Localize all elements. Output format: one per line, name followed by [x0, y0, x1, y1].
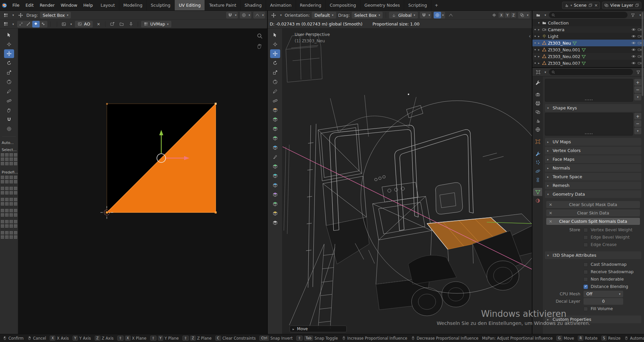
outliner-row-zt303-neu-007[interactable]: ▸Zt303_Neu.007	[532, 60, 644, 66]
panel-shape-keys[interactable]: ▾Shape Keys	[545, 104, 641, 112]
sidebar-collapse-icon[interactable]: ‹	[529, 33, 531, 39]
preset-button[interactable]	[5, 157, 9, 161]
panel-auto-label[interactable]: Auto...	[0, 141, 14, 145]
add-cube-tool[interactable]	[270, 106, 280, 114]
outliner-row-zt303-neu-001[interactable]: ▸Zt303_Neu.001	[532, 46, 644, 53]
add-workspace-button[interactable]: +	[431, 0, 442, 10]
preset-button[interactable]	[14, 157, 17, 161]
preset-button[interactable]	[14, 224, 17, 228]
preset-button[interactable]	[5, 191, 9, 195]
visibility-eye-icon[interactable]	[631, 61, 636, 65]
preset-button[interactable]	[5, 231, 9, 235]
uv-face-select-icon[interactable]	[32, 21, 40, 28]
outliner-row-zt303-neu[interactable]: ▸Zt303_Neu	[532, 40, 644, 46]
annotate-tool[interactable]	[4, 87, 14, 96]
unlink-scene-button[interactable]: ×	[594, 3, 598, 8]
preset-button[interactable]	[9, 224, 13, 228]
grab-tool[interactable]	[4, 106, 14, 114]
preset-button[interactable]	[14, 231, 17, 235]
tab-physics[interactable]	[533, 167, 542, 175]
magnet-icon[interactable]	[226, 12, 234, 18]
pin-icon[interactable]	[127, 21, 135, 28]
new-image-icon[interactable]	[109, 21, 116, 28]
panel-predefined-label[interactable]: Predefi...	[0, 170, 18, 175]
tab-constraints[interactable]	[533, 176, 542, 184]
preset-button[interactable]	[9, 220, 13, 224]
preset-button[interactable]	[9, 162, 13, 165]
edge-crease-checkbox[interactable]	[584, 243, 588, 247]
workspace-tab-animation[interactable]: Animation	[266, 0, 296, 10]
vertex-bevel-weight-checkbox[interactable]	[584, 228, 588, 232]
edge-bevel-weight-checkbox[interactable]	[584, 235, 588, 240]
tab-world[interactable]	[533, 126, 542, 134]
pan-hand-icon[interactable]	[256, 43, 263, 49]
rotate-tool[interactable]	[4, 59, 14, 67]
falloff-curve-icon[interactable]	[254, 12, 261, 18]
visibility-eye-icon[interactable]	[631, 27, 636, 32]
preset-button[interactable]	[14, 235, 17, 239]
tab-tool[interactable]	[533, 79, 542, 87]
panel-remesh[interactable]: ▸Remesh	[545, 182, 641, 189]
scrollbar[interactable]	[642, 12, 643, 96]
preset-button[interactable]	[14, 180, 17, 184]
cpu-mesh-dropdown[interactable]: Off▾	[584, 291, 623, 297]
move-tool[interactable]	[4, 49, 14, 58]
cursor-tool[interactable]	[4, 40, 14, 49]
menu-file[interactable]: File	[9, 0, 23, 10]
preset-button[interactable]	[14, 191, 17, 195]
preset-button[interactable]	[1, 176, 4, 179]
filter-icon[interactable]	[629, 12, 637, 18]
measure-tool[interactable]	[270, 96, 280, 105]
workspace-tab-modeling[interactable]: Modeling	[119, 0, 147, 10]
workspace-tab-geometry-nodes[interactable]: Geometry Nodes	[360, 0, 404, 10]
uv-snap-group[interactable]: ▾	[226, 12, 238, 18]
select-box-tool[interactable]	[270, 31, 280, 39]
poly-build-tool[interactable]	[270, 162, 280, 171]
preset-button[interactable]	[14, 187, 17, 190]
zoom-icon[interactable]	[256, 33, 263, 39]
mirror-axis-y[interactable]: Y	[505, 12, 510, 18]
decal-layer-field[interactable]: 0	[584, 298, 623, 305]
preset-button[interactable]	[1, 235, 4, 239]
preset-button[interactable]	[5, 209, 9, 212]
clear-sculpt-mask-data-button[interactable]: ✕Clear Sculpt Mask Data	[546, 201, 640, 208]
view-layer-selector[interactable]: View Layer	[602, 2, 642, 9]
edge-slide-tool[interactable]	[270, 190, 280, 199]
relax-tool[interactable]	[4, 115, 14, 124]
preset-button[interactable]	[5, 224, 9, 228]
preset-button[interactable]	[1, 231, 4, 235]
uv-island-select-icon[interactable]	[40, 21, 47, 28]
overlay-options-group[interactable]: ▾	[518, 12, 530, 18]
disclosure-arrow[interactable]: ▸	[537, 48, 541, 51]
vp-drag-mode-dropdown[interactable]: Select Box▾	[352, 12, 383, 18]
mirror-axis-x[interactable]: X	[499, 12, 504, 18]
rotate-tool[interactable]	[270, 59, 280, 67]
orientation-dropdown[interactable]: Default▾	[312, 12, 336, 18]
menu-edit[interactable]: Edit	[23, 0, 37, 10]
viewport-canvas[interactable]: User Perspective (1) Zt303_Neu ▸ Move ‹	[283, 29, 532, 334]
image-datablock[interactable]: AO	[75, 21, 93, 28]
preset-button[interactable]	[9, 231, 13, 235]
pinch-tool[interactable]	[4, 125, 14, 133]
blender-logo-icon[interactable]	[0, 0, 9, 11]
unlink-image-button[interactable]: ×	[95, 21, 102, 28]
add-item-button[interactable]: +	[634, 113, 641, 119]
preset-button[interactable]	[1, 209, 4, 212]
preset-button[interactable]	[5, 187, 9, 190]
preset-button[interactable]	[5, 202, 9, 206]
preset-button[interactable]	[9, 176, 13, 179]
workspace-tab-compositing[interactable]: Compositing	[326, 0, 360, 10]
visibility-eye-icon[interactable]	[631, 47, 636, 52]
receive-shadowmap-checkbox[interactable]	[584, 270, 588, 274]
preset-button[interactable]	[14, 220, 17, 224]
resize-grip[interactable]	[585, 99, 593, 101]
clear-custom-split-normals-data-button[interactable]: ✕Clear Custom Split Normals Data	[546, 218, 640, 225]
preset-button[interactable]	[5, 162, 9, 165]
outliner-editor-type-icon[interactable]	[534, 12, 542, 18]
uv-drag-mode-dropdown[interactable]: Select Box▾	[40, 12, 71, 18]
visibility-eye-icon[interactable]	[631, 41, 636, 45]
inset-faces-tool[interactable]	[270, 125, 280, 133]
disclosure-arrow[interactable]: ▸	[537, 55, 541, 58]
preset-button[interactable]	[9, 191, 13, 195]
render-visibility-icon[interactable]	[637, 27, 642, 32]
